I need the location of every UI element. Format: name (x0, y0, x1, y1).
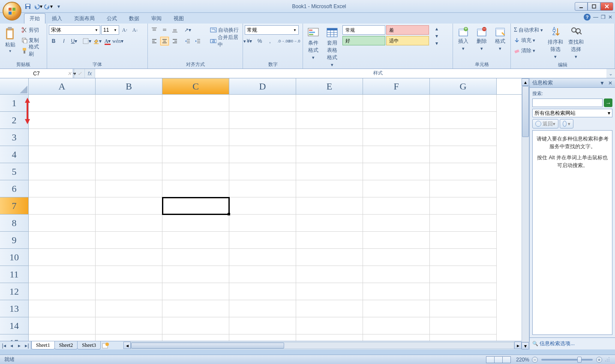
fx-icon[interactable]: fx (85, 69, 95, 78)
style-normal[interactable]: 常规 (342, 25, 385, 35)
percent-button[interactable]: % (255, 36, 264, 46)
h-scroll-thumb[interactable] (131, 343, 284, 349)
cell-E11[interactable] (296, 266, 363, 283)
row-header-6[interactable]: 6 (0, 180, 29, 197)
maximize-button[interactable] (588, 2, 600, 11)
cell-F3[interactable] (363, 129, 430, 146)
cell-C15[interactable] (162, 334, 229, 341)
name-box-input[interactable] (0, 69, 73, 78)
doc-minimize-icon[interactable]: — (593, 14, 598, 20)
cell-B14[interactable] (96, 317, 162, 334)
cell-B5[interactable] (96, 163, 162, 180)
cell-C5[interactable] (162, 163, 229, 180)
cell-D9[interactable] (229, 232, 296, 249)
col-E[interactable]: E (296, 78, 363, 94)
tab-data[interactable]: 数据 (123, 13, 145, 24)
cell-E2[interactable] (296, 112, 363, 129)
cell-F15[interactable] (363, 334, 430, 341)
cell-A6[interactable] (29, 180, 96, 197)
cell-A15[interactable] (29, 334, 96, 341)
cell-A4[interactable] (29, 146, 96, 163)
styles-down-icon[interactable]: ▾ (432, 33, 441, 39)
first-sheet-button[interactable]: |◂ (0, 341, 8, 349)
last-sheet-button[interactable]: ▸| (23, 341, 31, 349)
scroll-left-button[interactable]: ◂ (123, 342, 131, 349)
cell-B4[interactable] (96, 146, 162, 163)
research-forward-button[interactable]: ▾ (560, 119, 573, 128)
row-header-7[interactable]: 7 (0, 197, 29, 215)
cell-F1[interactable] (363, 95, 430, 112)
qat-customize-icon[interactable]: ▾ (54, 2, 63, 11)
close-button[interactable] (600, 2, 613, 11)
col-G[interactable]: G (430, 78, 497, 94)
cell-B13[interactable] (96, 300, 162, 317)
cell-C11[interactable] (162, 266, 229, 283)
search-go-button[interactable]: → (604, 98, 612, 107)
style-bad[interactable]: 差 (386, 25, 429, 35)
pane-dropdown-icon[interactable]: ▼ (600, 80, 605, 86)
cell-D11[interactable] (229, 266, 296, 283)
paste-button[interactable]: 粘贴▼ (2, 25, 18, 54)
cell-F4[interactable] (363, 146, 430, 163)
cell-E14[interactable] (296, 317, 363, 334)
enter-fx-icon[interactable]: ✓ (75, 69, 85, 78)
col-D[interactable]: D (229, 78, 296, 94)
help-icon[interactable]: ? (584, 14, 591, 21)
cell-A3[interactable] (29, 129, 96, 146)
font-color-button[interactable]: A▾ (103, 36, 112, 46)
currency-button[interactable]: ¥▾ (245, 36, 254, 46)
align-right-button[interactable] (170, 36, 180, 46)
cell-F14[interactable] (363, 317, 430, 334)
conditional-format-button[interactable]: 条件格式▾ (305, 25, 322, 62)
minimize-button[interactable] (575, 2, 588, 11)
cell-B1[interactable] (96, 95, 162, 112)
zoom-level[interactable]: 220% (516, 357, 529, 363)
cell-G13[interactable] (430, 300, 497, 317)
cell-G15[interactable] (430, 334, 497, 341)
zoom-in-button[interactable]: + (596, 357, 602, 363)
sheet-tab-2[interactable]: Sheet2 (54, 341, 78, 349)
expand-fx-icon[interactable]: ⌄ (606, 69, 615, 78)
cell-D10[interactable] (229, 249, 296, 266)
cell-C4[interactable] (162, 146, 229, 163)
cell-D12[interactable] (229, 283, 296, 300)
col-F[interactable]: F (363, 78, 430, 94)
row-header-4[interactable]: 4 (0, 146, 29, 163)
cell-B6[interactable] (96, 180, 162, 197)
style-neutral[interactable]: 适中 (386, 36, 429, 45)
cell-D15[interactable] (229, 334, 296, 341)
zoom-slider[interactable] (541, 359, 593, 361)
cell-A9[interactable] (29, 232, 96, 249)
align-middle-button[interactable] (160, 25, 169, 35)
sheet-tab-3[interactable]: Sheet3 (77, 341, 101, 349)
cell-D5[interactable] (229, 163, 296, 180)
cell-D3[interactable] (229, 129, 296, 146)
format-cells-button[interactable]: 格式▾ (492, 25, 509, 53)
format-painter-button[interactable]: 格式刷 (20, 46, 45, 55)
cell-D6[interactable] (229, 180, 296, 197)
styles-up-icon[interactable]: ▴ (432, 25, 441, 32)
cell-F2[interactable] (363, 112, 430, 129)
next-sheet-button[interactable]: ▸ (15, 341, 23, 349)
cancel-fx-icon[interactable]: ✕ (64, 69, 75, 78)
row-header-8[interactable]: 8 (0, 215, 29, 232)
cell-G6[interactable] (430, 180, 497, 197)
cell-G5[interactable] (430, 163, 497, 180)
cell-C2[interactable] (162, 112, 229, 129)
cell-F13[interactable] (363, 300, 430, 317)
cell-C8[interactable] (162, 215, 229, 232)
sort-filter-button[interactable]: AZ排序和 筛选▾ (546, 25, 565, 61)
col-A[interactable]: A (29, 78, 96, 94)
fill-button[interactable]: 填充 ▾ (513, 36, 544, 45)
find-select-button[interactable]: 查找和 选择▾ (567, 25, 585, 61)
comma-button[interactable]: , (265, 36, 275, 46)
font-family-combo[interactable]: 宋体▼ (49, 25, 100, 35)
format-as-table-button[interactable]: 套用 表格格式▾ (324, 25, 341, 69)
horizontal-scrollbar[interactable]: ◂ ▸ (123, 341, 522, 349)
cell-F7[interactable] (363, 197, 430, 215)
cell-D1[interactable] (229, 95, 296, 112)
cell-B3[interactable] (96, 129, 162, 146)
cell-A10[interactable] (29, 249, 96, 266)
cell-C1[interactable] (162, 95, 229, 112)
cell-F12[interactable] (363, 283, 430, 300)
